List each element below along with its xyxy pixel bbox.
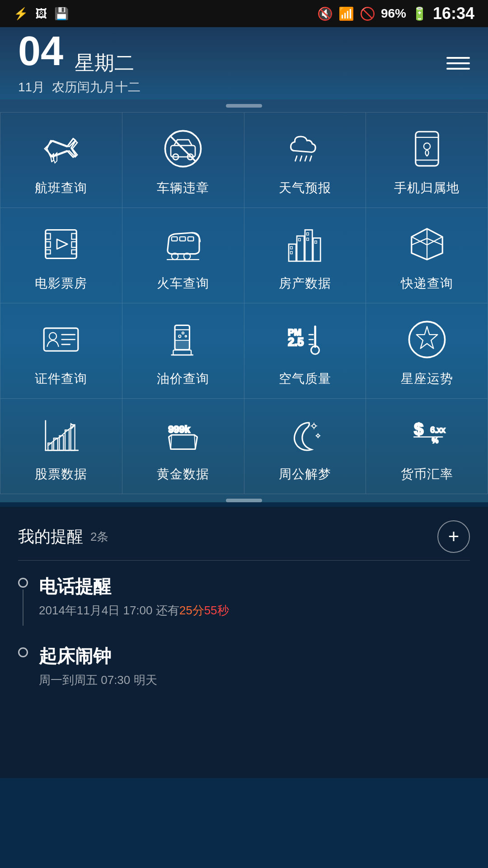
menu-button[interactable] (446, 57, 470, 70)
reminder-title-area: 我的提醒 2条 (18, 526, 108, 548)
header-lunar: 农历闰九月十二 (52, 80, 141, 94)
svg-text:2.5: 2.5 (288, 335, 304, 348)
reminder-dot-area-1 (18, 574, 28, 626)
grid-item-horoscope[interactable]: 星座运势 (366, 303, 488, 399)
svg-point-80 (317, 434, 319, 437)
train-label: 火车查询 (157, 275, 209, 292)
status-icons-right: 🔇 📶 🚫 96% 🔋 16:34 (317, 4, 474, 23)
block-icon: 🚫 (360, 6, 375, 21)
grid-item-currency[interactable]: $ 6.xx % 货币汇率 (366, 399, 488, 494)
usb-icon: ⚡ (14, 7, 28, 21)
reminder-dot-2 (18, 647, 28, 657)
grid-item-phone-location[interactable]: 手机归属地 (366, 113, 488, 208)
svg-rect-22 (180, 237, 186, 241)
vehicle-label: 车辆违章 (157, 179, 209, 197)
reminder-title: 我的提醒 (18, 526, 83, 548)
wifi-icon: 📶 (338, 6, 354, 21)
svg-point-53 (185, 335, 187, 337)
svg-point-51 (178, 335, 181, 337)
id-card-icon (38, 317, 84, 362)
header-month: 11月 (18, 80, 45, 94)
grid-item-oil[interactable]: 油价查询 (122, 303, 244, 399)
weather-label: 天气预报 (279, 179, 331, 197)
header-day: 04 (18, 31, 63, 71)
grid-item-express[interactable]: 快递查询 (366, 208, 488, 303)
svg-rect-34 (306, 233, 309, 235)
express-label: 快递查询 (401, 275, 453, 292)
svg-line-6 (300, 156, 302, 161)
grid-item-id[interactable]: 证件查询 (0, 303, 122, 399)
reminder-highlight-red: 55秒 (204, 604, 229, 617)
gold-label: 黄金数据 (157, 466, 209, 483)
svg-rect-35 (306, 238, 309, 241)
phone-location-label: 手机归属地 (394, 179, 460, 197)
image-icon: 🖼 (35, 7, 47, 21)
svg-rect-50 (175, 340, 189, 350)
reminder-section: 我的提醒 2条 + 电话提醒 2014年11月4日 17:00 还有25分55秒… (0, 507, 488, 778)
grid-item-air[interactable]: PM 2.5 空气质量 (244, 303, 366, 399)
air-label: 空气质量 (279, 370, 331, 387)
chart-icon (38, 412, 84, 458)
moon-icon (282, 412, 328, 458)
svg-rect-14 (46, 234, 51, 240)
svg-rect-32 (290, 251, 292, 254)
battery-level: 96% (381, 6, 406, 21)
svg-text:6.xx: 6.xx (430, 425, 445, 434)
grid-item-weather[interactable]: 天气预报 (244, 113, 366, 208)
reminder-time-text-2: 周一到周五 07:30 明天 (39, 673, 157, 687)
buildings-icon (282, 222, 328, 267)
reminder-name-1: 电话提醒 (39, 574, 470, 599)
svg-text:999k: 999k (169, 424, 191, 435)
grid-item-realestate[interactable]: 房产数据 (244, 208, 366, 303)
battery-icon: 🔋 (412, 6, 427, 21)
svg-rect-18 (72, 242, 77, 248)
oil-label: 油价查询 (157, 370, 209, 387)
svg-rect-23 (188, 237, 194, 241)
svg-rect-19 (72, 250, 77, 254)
svg-line-73 (171, 435, 172, 449)
svg-rect-69 (60, 436, 64, 450)
add-reminder-button[interactable]: + (437, 520, 470, 553)
grid-item-flight[interactable]: 航班查询 (0, 113, 122, 208)
scroll-indicator-top (226, 104, 262, 108)
movie-label: 电影票房 (35, 275, 87, 292)
status-icons-left: ⚡ 🖼 💾 (14, 7, 69, 21)
grid-item-dream[interactable]: 周公解梦 (244, 399, 366, 494)
svg-rect-15 (46, 242, 51, 248)
svg-rect-55 (174, 350, 192, 355)
grid-item-train[interactable]: 火车查询 (122, 208, 244, 303)
svg-line-7 (305, 156, 307, 161)
svg-rect-2 (171, 146, 195, 157)
svg-rect-31 (290, 246, 292, 249)
grid-item-gold[interactable]: 999k 黄金数据 (122, 399, 244, 494)
grid-item-vehicle[interactable]: 车辆违章 (122, 113, 244, 208)
svg-point-75 (312, 425, 315, 428)
reminder-content-2: 起床闹钟 周一到周五 07:30 明天 (39, 644, 470, 688)
status-bar: ⚡ 🖼 💾 🔇 📶 🚫 96% 🔋 16:34 (0, 0, 488, 27)
reminder-time-1: 2014年11月4日 17:00 还有25分55秒 (39, 603, 470, 618)
grid-item-stock[interactable]: 股票数据 (0, 399, 122, 494)
svg-rect-16 (46, 250, 51, 254)
svg-point-44 (49, 333, 56, 340)
svg-marker-64 (416, 326, 437, 349)
car-ban-icon (160, 126, 206, 171)
svg-rect-33 (298, 238, 300, 241)
svg-rect-36 (314, 241, 317, 243)
box-icon (404, 222, 450, 267)
cloud-rain-icon (282, 126, 328, 171)
svg-rect-9 (415, 132, 438, 166)
dream-label: 周公解梦 (279, 466, 331, 483)
grid-item-movie[interactable]: 电影票房 (0, 208, 122, 303)
svg-point-52 (182, 332, 184, 334)
grid-area: 航班查询 车辆违章 (0, 99, 488, 502)
header-weekday: 星期二 (75, 52, 134, 74)
currency-icon: $ 6.xx % (404, 412, 450, 458)
svg-text:$: $ (414, 420, 423, 439)
flight-label: 航班查询 (35, 179, 87, 197)
svg-line-74 (194, 435, 195, 449)
svg-marker-20 (57, 239, 67, 249)
sim-icon: 💾 (54, 7, 69, 21)
realestate-label: 房产数据 (279, 275, 331, 292)
star-circle-icon (404, 317, 450, 362)
plane-icon (38, 126, 84, 171)
